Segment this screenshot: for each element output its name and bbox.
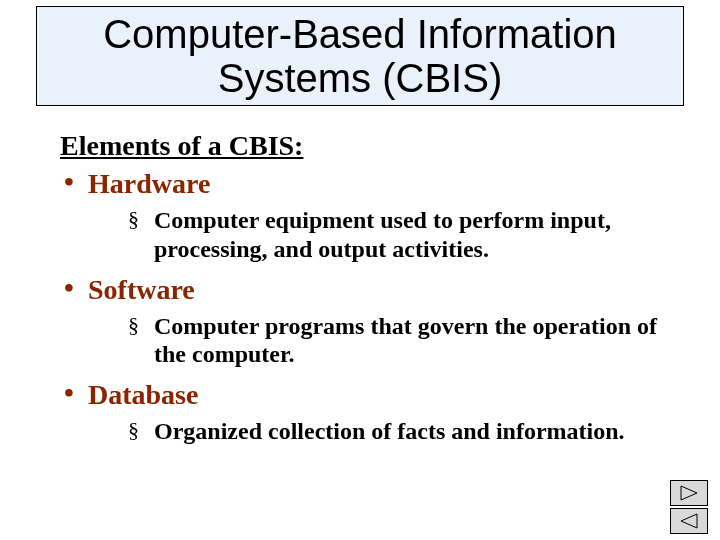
item-label: Hardware (88, 168, 210, 199)
slide: Computer-Based Information Systems (CBIS… (0, 0, 720, 540)
item-desc: Computer equipment used to perform input… (128, 206, 660, 264)
next-button[interactable] (670, 480, 708, 506)
list-item-database: Database Organized collection of facts a… (60, 379, 660, 446)
slide-title: Computer-Based Information Systems (CBIS… (36, 6, 684, 106)
list-item-software: Software Computer programs that govern t… (60, 274, 660, 370)
list-item-hardware: Hardware Computer equipment used to perf… (60, 168, 660, 264)
item-label: Database (88, 379, 198, 410)
item-label: Software (88, 274, 195, 305)
nav-buttons (670, 480, 708, 534)
item-desc: Computer programs that govern the operat… (128, 312, 660, 370)
elements-list: Hardware Computer equipment used to perf… (60, 168, 660, 446)
section-heading: Elements of a CBIS: (60, 130, 660, 162)
content-area: Elements of a CBIS: Hardware Computer eq… (60, 130, 660, 456)
svg-marker-1 (681, 514, 697, 528)
triangle-left-icon (679, 513, 699, 529)
svg-marker-0 (681, 486, 697, 500)
prev-button[interactable] (670, 508, 708, 534)
triangle-right-icon (679, 485, 699, 501)
item-desc: Organized collection of facts and inform… (128, 417, 660, 446)
